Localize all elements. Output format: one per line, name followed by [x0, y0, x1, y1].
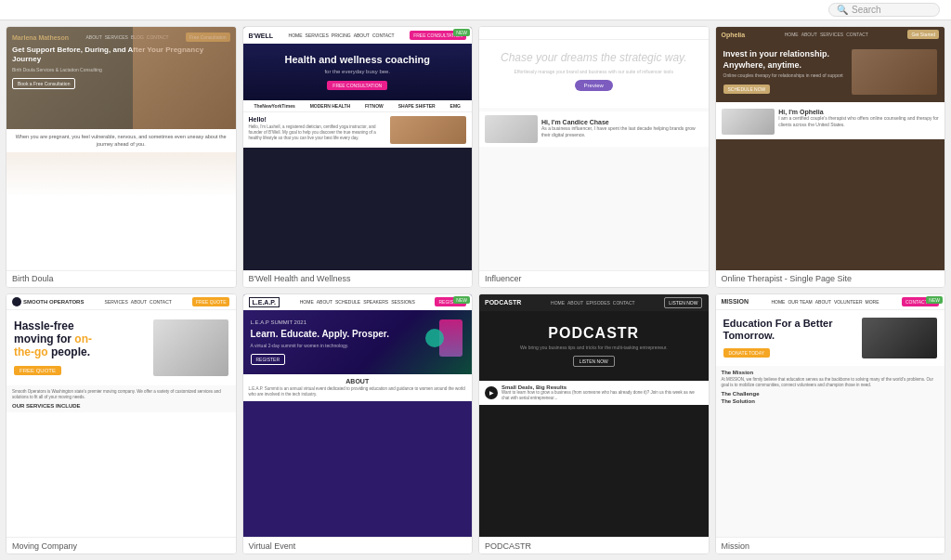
- card4-brand: Ophelia: [722, 32, 746, 38]
- card5-nav: SMOOTH OPERATORS SERVICES ABOUT CONTACT …: [7, 294, 236, 310]
- card1-brand: Marlena Matheson: [12, 34, 69, 41]
- card8-hero: Education For a Better Tomorrow. DONATE …: [716, 310, 945, 366]
- card5-hero-title: Hassle-freemoving for on-the-go people.: [14, 319, 150, 359]
- card3-profile-name: Hi, I'm Candice Chase: [541, 119, 703, 125]
- card2-preview: NEW B'WELL HOME SERVICES PRICING ABOUT C…: [243, 27, 473, 270]
- card7-top-btn[interactable]: LISTEN NOW: [664, 297, 702, 308]
- card5-brand: SMOOTH OPERATORS: [12, 297, 84, 306]
- search-box[interactable]: 🔍 Search: [828, 3, 940, 17]
- card5-top-btn[interactable]: FREE QUOTE: [192, 297, 230, 306]
- card8-brand: MISSION: [722, 298, 749, 305]
- card7-hero: PODCASTR We bring you business tips and …: [479, 311, 709, 381]
- card6-hero: L.E.A.P SUMMIT 2021 Learn. Educate. Appl…: [243, 310, 473, 374]
- card4-hero-btn[interactable]: SCHEDULE NOW: [723, 85, 771, 94]
- card-birth-doula[interactable]: Marlena Matheson ABOUT SERVICES BLOG CON…: [6, 26, 237, 288]
- card6-about-title: ABOUT: [249, 378, 467, 384]
- card5-hero: Hassle-freemoving for on-the-go people. …: [7, 310, 236, 385]
- card7-play-btn[interactable]: ▶: [485, 386, 498, 399]
- card2-hero-title: Health and wellness coaching: [251, 53, 465, 66]
- card6-event-label: L.E.A.P SUMMIT 2021: [251, 319, 465, 325]
- card8-label: Mission: [716, 537, 945, 553]
- card8-challenge-title: The Challenge: [722, 391, 940, 397]
- card4-profile-img: [722, 109, 775, 135]
- card4-top-btn[interactable]: Get Started: [907, 30, 939, 39]
- template-grid: Marlena Matheson ABOUT SERVICES BLOG CON…: [0, 20, 951, 560]
- play-icon: ▶: [489, 389, 494, 396]
- card-mission[interactable]: NEW MISSION HOME OUR TEAM ABOUT VOLUNTEE…: [715, 293, 946, 555]
- card4-hero-title: Invest in your relationship. Anywhere, a…: [723, 49, 848, 71]
- card6-hero-btn[interactable]: REGISTER: [251, 354, 286, 365]
- card4-hero-sub: Online couples therapy for relationships…: [723, 72, 848, 78]
- card5-brand-icon: [12, 297, 21, 306]
- card5-hero-btn[interactable]: FREE QUOTE: [14, 366, 61, 375]
- card8-donate-btn[interactable]: DONATE TODAY: [723, 348, 771, 358]
- search-icon: 🔍: [837, 5, 848, 15]
- card8-preview: NEW MISSION HOME OUR TEAM ABOUT VOLUNTEE…: [716, 294, 945, 538]
- card7-hero-btn[interactable]: LISTEN NOW: [573, 356, 615, 367]
- card3-hero-sub: Effortlessly manage your brand and busin…: [487, 69, 701, 74]
- card8-body: The Mission At MISSION, we firmly believ…: [716, 366, 945, 409]
- card-influencer[interactable]: Chase your dreams the strategic way. Eff…: [478, 26, 710, 288]
- card4-profile-name: Hi, I'm Ophelia: [778, 109, 939, 115]
- card6-about-text: L.E.A.P. Summit is an annual virtual eve…: [249, 386, 467, 398]
- card2-hero-sub: for the everyday busy bee.: [251, 69, 465, 74]
- card8-badge: NEW: [926, 296, 943, 304]
- card6-preview: NEW L.E.A.P. HOME ABOUT SCHEDULE SPEAKER…: [243, 294, 473, 538]
- card4-profile: Hi, I'm Ophelia I am a certified couple'…: [722, 109, 940, 135]
- card7-label: PODCASTR: [479, 537, 709, 553]
- card7-hero-title: PODCASTR: [487, 325, 701, 342]
- card6-shape2: [425, 329, 444, 347]
- card-therapist[interactable]: Ophelia HOME ABOUT SERVICES CONTACT Get …: [715, 26, 946, 288]
- card3-label: Influencer: [479, 270, 709, 287]
- card7-preview: PODCASTR HOME ABOUT EPISODES CONTACT LIS…: [479, 294, 709, 538]
- card2-hero-btn[interactable]: FREE CONSULTATION: [327, 81, 387, 90]
- card8-nav: MISSION HOME OUR TEAM ABOUT VOLUNTEER MO…: [716, 294, 945, 310]
- card-moving[interactable]: SMOOTH OPERATORS SERVICES ABOUT CONTACT …: [6, 293, 237, 555]
- card3-hero-title: Chase your dreams the strategic way.: [487, 51, 701, 66]
- card-podcastr[interactable]: PODCASTR HOME ABOUT EPISODES CONTACT LIS…: [478, 293, 710, 555]
- card4-preview: Ophelia HOME ABOUT SERVICES CONTACT Get …: [716, 27, 945, 270]
- card4-label: Online Therapist - Single Page Site: [716, 270, 945, 287]
- card2-nav: B'WELL HOME SERVICES PRICING ABOUT CONTA…: [243, 27, 473, 44]
- card4-profile-text: I am a certified couple's therapist who …: [778, 115, 939, 128]
- card1-book-btn[interactable]: Book a Free Consultation: [12, 78, 75, 89]
- card3-preview-btn[interactable]: Preview: [575, 80, 613, 91]
- card2-badge: NEW: [453, 29, 470, 36]
- card1-preview: Marlena Matheson ABOUT SERVICES BLOG CON…: [7, 27, 236, 270]
- card8-hero-title: Education For a Better Tomorrow.: [723, 318, 859, 342]
- card8-hero-img: [862, 318, 937, 358]
- card6-badge: NEW: [453, 296, 470, 304]
- card3-nav: [479, 27, 709, 40]
- card7-episode-text: Want to learn how to grow a business (fr…: [502, 390, 703, 402]
- card5-services-label: OUR SERVICES INCLUDE: [12, 403, 230, 409]
- card6-brand: L.E.A.P.: [249, 297, 280, 307]
- card7-episode: ▶ Small Deals, Big Results Want to learn…: [479, 381, 709, 406]
- card3-preview: Chase your dreams the strategic way. Eff…: [479, 27, 709, 270]
- card3-profile: Hi, I'm Candice Chase As a business infl…: [479, 111, 709, 147]
- card5-body-text: Smooth Operators is Washington state's p…: [12, 389, 230, 401]
- card7-nav: PODCASTR HOME ABOUT EPISODES CONTACT LIS…: [479, 294, 709, 311]
- card1-body-text: When you are pregnant, you feel vulnerab…: [12, 134, 230, 148]
- card8-mission-title: The Mission: [722, 370, 940, 375]
- card3-hero: Chase your dreams the strategic way. Eff…: [479, 40, 709, 108]
- card2-brand: B'WELL: [249, 33, 274, 39]
- card4-nav: Ophelia HOME ABOUT SERVICES CONTACT Get …: [716, 27, 945, 42]
- search-placeholder: Search: [852, 5, 881, 15]
- card-virtual-event[interactable]: NEW L.E.A.P. HOME ABOUT SCHEDULE SPEAKER…: [242, 293, 474, 555]
- card6-nav: L.E.A.P. HOME ABOUT SCHEDULE SPEAKERS SE…: [243, 294, 473, 310]
- card1-label: Birth Doula: [7, 270, 236, 287]
- card5-preview: SMOOTH OPERATORS SERVICES ABOUT CONTACT …: [7, 294, 236, 538]
- card-bwell[interactable]: NEW B'WELL HOME SERVICES PRICING ABOUT C…: [242, 26, 474, 288]
- card2-logos: TheNewYorkTimes MODERN HEALTH FITNOW SHA…: [243, 100, 473, 112]
- card8-solution-title: The Solution: [722, 398, 940, 404]
- card2-hello-body: Hello, I'm Lashell, a registered dietici…: [249, 124, 386, 141]
- card2-hello-img: [390, 116, 466, 144]
- card2-hello-title: Hello!: [249, 116, 386, 123]
- card2-label: B'Well Health and Wellness: [243, 270, 473, 287]
- card2-nav-links: HOME SERVICES PRICING ABOUT CONTACT: [289, 33, 395, 38]
- card5-hero-img: [153, 319, 228, 376]
- card7-hero-sub: We bring you business tips and tricks fo…: [487, 345, 701, 350]
- card4-hero: Invest in your relationship. Anywhere, a…: [716, 42, 945, 102]
- card5-label: Moving Company: [7, 537, 236, 553]
- card5-body: Smooth Operators is Washington state's p…: [7, 385, 236, 413]
